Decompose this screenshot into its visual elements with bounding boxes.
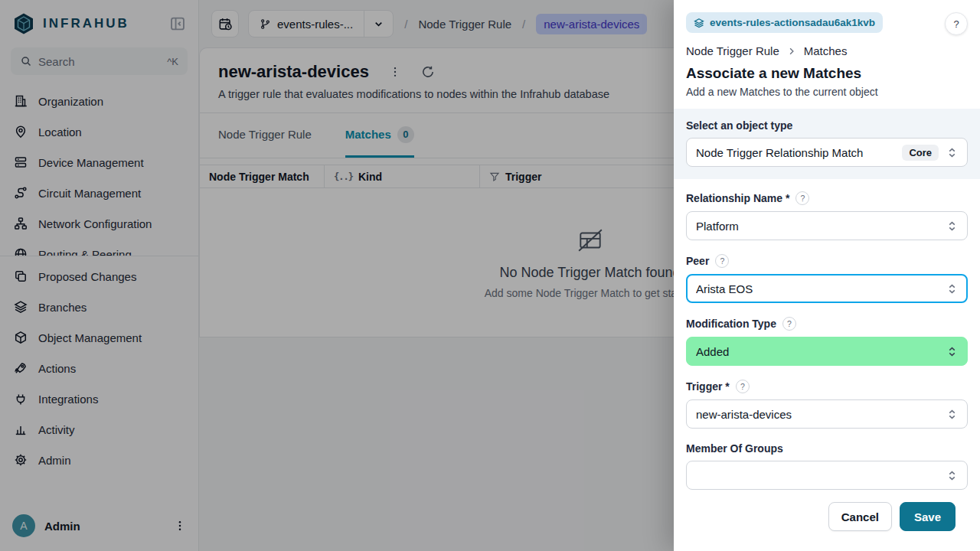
chevron-updown-icon [946, 283, 958, 295]
field-modification-type: Modification Type ? Added [686, 317, 968, 366]
select-value: Added [696, 345, 946, 358]
object-type-section: Select an object type Node Trigger Relat… [674, 109, 980, 179]
field-relationship-name: Relationship Name * ? Platform [686, 191, 968, 240]
cancel-button[interactable]: Cancel [828, 502, 892, 531]
field-help-icon[interactable]: ? [736, 380, 750, 393]
drawer-actions: Cancel Save [686, 502, 968, 546]
chevron-updown-icon [946, 409, 958, 420]
select-value: Platform [696, 220, 946, 233]
chevron-updown-icon [946, 470, 958, 481]
field-label: Peer [686, 255, 709, 267]
modification-type-select[interactable]: Added [686, 337, 968, 366]
object-id-badge-label: events-rules-actionsadau6ak1kvb [710, 17, 875, 28]
drawer-subtitle: Add a new Matches to the current object [686, 86, 968, 109]
field-help-icon[interactable]: ? [795, 191, 809, 205]
field-label: Member Of Groups [686, 442, 783, 455]
peer-select[interactable]: Arista EOS [686, 274, 968, 303]
chevron-updown-icon [946, 147, 958, 158]
drawer-header: events-rules-actionsadau6ak1kvb ? Node T… [674, 0, 980, 109]
select-value: Arista EOS [696, 282, 946, 295]
field-label: Modification Type [686, 318, 776, 330]
object-type-label: Select an object type [686, 119, 792, 132]
layers-icon [694, 18, 704, 28]
drawer-breadcrumb: Node Trigger Rule Matches [686, 44, 968, 57]
relationship-name-select[interactable]: Platform [686, 211, 968, 240]
core-badge: Core [902, 145, 939, 161]
chevron-right-icon [787, 47, 796, 56]
field-label: Trigger * [686, 380, 730, 393]
field-label: Relationship Name * [686, 192, 789, 204]
field-member-of-groups: Member Of Groups [686, 442, 968, 490]
field-peer: Peer ? Arista EOS [686, 254, 968, 303]
save-button[interactable]: Save [900, 502, 956, 531]
select-value: new-arista-devices [696, 408, 946, 421]
object-id-badge[interactable]: events-rules-actionsadau6ak1kvb [686, 12, 883, 33]
help-button[interactable]: ? [945, 12, 968, 35]
drawer-title: Associate a new Matches [686, 65, 968, 82]
chevron-updown-icon [946, 346, 958, 357]
chevron-updown-icon [946, 220, 958, 232]
field-help-icon[interactable]: ? [782, 317, 796, 331]
trigger-select[interactable]: new-arista-devices [686, 399, 968, 429]
object-type-value: Node Trigger Relationship Match [696, 146, 902, 159]
drawer-form: Relationship Name * ? Platform Peer ? Ar… [674, 179, 980, 551]
associate-matches-drawer: events-rules-actionsadau6ak1kvb ? Node T… [674, 0, 980, 551]
drawer-breadcrumb-current: Matches [804, 44, 848, 57]
field-help-icon[interactable]: ? [715, 254, 729, 268]
field-trigger: Trigger * ? new-arista-devices [686, 380, 968, 429]
object-type-select[interactable]: Node Trigger Relationship Match Core [686, 138, 968, 167]
drawer-breadcrumb-parent[interactable]: Node Trigger Rule [686, 44, 779, 57]
member-of-groups-select[interactable] [686, 461, 968, 490]
